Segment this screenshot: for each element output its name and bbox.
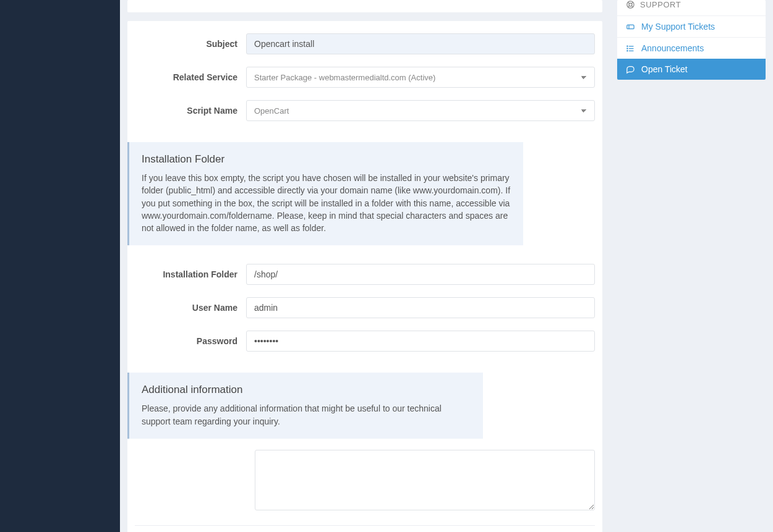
subject-label: Subject [135,39,246,49]
left-nav-rail [0,0,120,532]
related-service-label: Related Service [135,72,246,82]
sidebar-item-label: My Support Tickets [641,22,715,32]
sidebar-item-open-ticket[interactable]: Open Ticket [617,59,766,80]
svg-line-2 [628,2,630,4]
username-input[interactable] [246,297,595,318]
script-name-label: Script Name [135,106,246,116]
install-info-text: If you leave this box empty, the script … [142,172,511,234]
comments-icon [626,65,635,74]
support-sidebar-title: SUPPORT [640,0,681,9]
svg-line-4 [628,6,630,7]
svg-point-12 [627,48,628,48]
top-card-spacer [127,0,602,12]
additional-info-text: Please, provide any additional informati… [142,402,471,428]
install-folder-input[interactable] [246,264,595,285]
install-info-title: Installation Folder [142,153,511,166]
sidebar-item-label: Open Ticket [641,64,688,74]
svg-point-1 [629,3,632,6]
svg-point-11 [627,46,628,46]
username-label: User Name [135,303,246,313]
related-service-select[interactable]: Starter Package - webmastermedialtd.com … [246,67,595,88]
sidebar-item-my-tickets[interactable]: My Support Tickets [617,15,766,37]
password-input[interactable] [246,331,595,352]
list-icon [626,44,635,53]
additional-info-block: Additional information Please, provide a… [127,373,483,439]
additional-info-textarea[interactable] [255,450,595,510]
sidebar-item-announcements[interactable]: Announcements [617,37,766,59]
install-folder-label: Installation Folder [135,269,246,279]
sidebar-item-label: Announcements [641,43,704,53]
svg-line-3 [631,6,633,7]
svg-line-5 [631,2,633,4]
additional-info-title: Additional information [142,384,471,396]
subject-input[interactable] [246,33,595,54]
svg-rect-6 [627,25,634,28]
support-sidebar: SUPPORT My Support Tickets Announcements… [617,0,766,80]
install-folder-info: Installation Folder If you leave this bo… [127,142,523,245]
ticket-icon [626,22,635,32]
password-label: Password [135,336,246,346]
svg-point-13 [627,50,628,51]
support-sidebar-header: SUPPORT [617,0,766,15]
life-ring-icon [626,0,635,9]
script-name-select[interactable]: OpenCart [246,100,595,121]
